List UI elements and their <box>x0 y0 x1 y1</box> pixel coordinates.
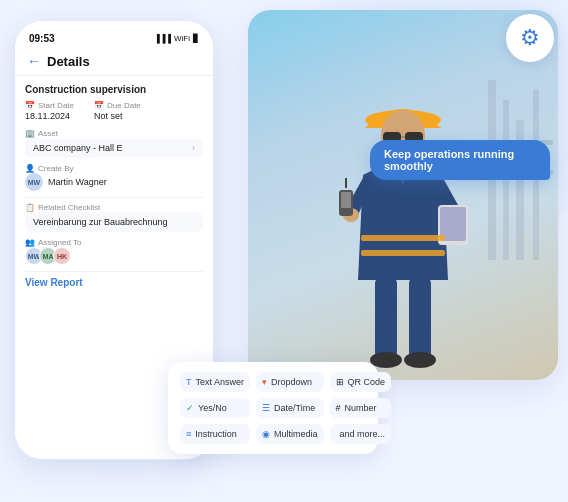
related-checklist-value: Vereinbarung zur Bauabrechnung <box>33 217 168 227</box>
yes-no-label: Yes/No <box>198 403 227 413</box>
start-date-label: 📅 Start Date <box>25 101 74 110</box>
datetime-label: Date/Time <box>274 403 315 413</box>
asset-icon: 🏢 <box>25 129 35 138</box>
view-report-link[interactable]: View Report <box>25 277 203 288</box>
create-by-label: 👤 Create By <box>25 164 203 173</box>
divider-1 <box>25 197 203 198</box>
photo-panel <box>248 10 558 380</box>
start-date-field: 📅 Start Date 18.11.2024 <box>25 101 74 121</box>
due-date-value: Not set <box>94 111 141 121</box>
person-icon: 👤 <box>25 164 35 173</box>
text-answer-label: Text Answer <box>196 377 245 387</box>
construction-title: Construction supervision <box>25 84 203 95</box>
avatar-hk: HK <box>53 247 71 265</box>
due-date-field: 📅 Due Date Not set <box>94 101 141 121</box>
number-label: Number <box>345 403 377 413</box>
datetime-icon: ☰ <box>262 403 270 413</box>
phone-header: ← Details <box>15 49 213 76</box>
qr-code-icon: ⊞ <box>336 377 344 387</box>
field-type-instruction[interactable]: ≡ Instruction <box>180 424 250 444</box>
worker-figure <box>303 60 503 380</box>
svg-point-17 <box>404 352 436 368</box>
text-answer-icon: T <box>186 377 192 387</box>
start-date-value: 18.11.2024 <box>25 111 74 121</box>
wifi-icon: WiFi <box>174 34 190 43</box>
number-icon: # <box>336 403 341 413</box>
assigned-to-section: 👥 Assigned To MW MA HK <box>25 238 203 265</box>
asset-value: ABC company - Hall E <box>33 143 123 153</box>
related-checklist-input[interactable]: Vereinbarung zur Bauabrechnung <box>25 212 203 232</box>
status-icons: ▐▐▐ WiFi ▊ <box>154 34 199 43</box>
status-bar: 09:53 ▐▐▐ WiFi ▊ <box>15 21 213 49</box>
field-type-text-answer[interactable]: T Text Answer <box>180 372 250 392</box>
instruction-label: Instruction <box>195 429 237 439</box>
more-label: and more... <box>340 429 386 439</box>
field-type-qr-code[interactable]: ⊞ QR Code <box>330 372 392 392</box>
status-time: 09:53 <box>29 33 55 44</box>
due-date-label: 📅 Due Date <box>94 101 141 110</box>
svg-rect-13 <box>361 250 445 256</box>
svg-rect-14 <box>375 278 397 358</box>
creator-avatar: MW <box>25 173 43 191</box>
field-type-datetime[interactable]: ☰ Date/Time <box>256 398 324 418</box>
speech-bubble-text: Keep operations running smoothly <box>384 148 514 172</box>
asset-label: 🏢 Asset <box>25 129 203 138</box>
back-button[interactable]: ← <box>27 53 41 69</box>
svg-rect-15 <box>409 278 431 358</box>
field-type-yes-no[interactable]: ✓ Yes/No <box>180 398 250 418</box>
date-row: 📅 Start Date 18.11.2024 📅 Due Date Not s… <box>25 101 203 121</box>
photo-background <box>248 10 558 380</box>
dropdown-label: Dropdown <box>271 377 312 387</box>
field-type-multimedia[interactable]: ◉ Multimedia <box>256 424 324 444</box>
field-type-dropdown[interactable]: ▾ Dropdown <box>256 372 324 392</box>
chevron-right-icon: › <box>192 143 195 153</box>
field-type-number[interactable]: # Number <box>330 398 392 418</box>
svg-point-16 <box>370 352 402 368</box>
divider-2 <box>25 271 203 272</box>
speech-bubble: Keep operations running smoothly <box>370 140 550 180</box>
avatar-group: MW MA HK <box>25 247 203 265</box>
dropdown-icon: ▾ <box>262 377 267 387</box>
create-by-person: MW Martin Wagner <box>25 173 203 191</box>
assigned-icon: 👥 <box>25 238 35 247</box>
gear-bubble[interactable]: ⚙ <box>506 14 554 62</box>
battery-icon: ▊ <box>193 34 199 43</box>
creator-name: Martin Wagner <box>48 177 107 187</box>
asset-section: 🏢 Asset ABC company - Hall E › <box>25 129 203 158</box>
page-title: Details <box>47 54 90 69</box>
svg-rect-19 <box>503 100 509 260</box>
calendar2-icon: 📅 <box>94 101 104 110</box>
related-checklist-section: 📋 Related Checklist Vereinbarung zur Bau… <box>25 203 203 232</box>
checklist-icon: 📋 <box>25 203 35 212</box>
field-type-more[interactable]: and more... <box>330 424 392 444</box>
gear-icon: ⚙ <box>520 25 540 51</box>
field-types-grid: T Text Answer ▾ Dropdown ⊞ QR Code ✓ Yes… <box>180 372 366 444</box>
svg-rect-8 <box>341 192 351 208</box>
phone-content: Construction supervision 📅 Start Date 18… <box>15 76 213 296</box>
calendar-icon: 📅 <box>25 101 35 110</box>
multimedia-icon: ◉ <box>262 429 270 439</box>
create-by-section: 👤 Create By MW Martin Wagner <box>25 164 203 191</box>
yes-no-icon: ✓ <box>186 403 194 413</box>
assigned-to-label: 👥 Assigned To <box>25 238 203 247</box>
signal-icon: ▐▐▐ <box>154 34 171 43</box>
asset-input[interactable]: ABC company - Hall E › <box>25 138 203 158</box>
instruction-icon: ≡ <box>186 429 191 439</box>
related-checklist-label: 📋 Related Checklist <box>25 203 203 212</box>
field-types-popup: T Text Answer ▾ Dropdown ⊞ QR Code ✓ Yes… <box>168 362 378 454</box>
svg-rect-12 <box>361 235 445 241</box>
qr-code-label: QR Code <box>348 377 386 387</box>
multimedia-label: Multimedia <box>274 429 318 439</box>
